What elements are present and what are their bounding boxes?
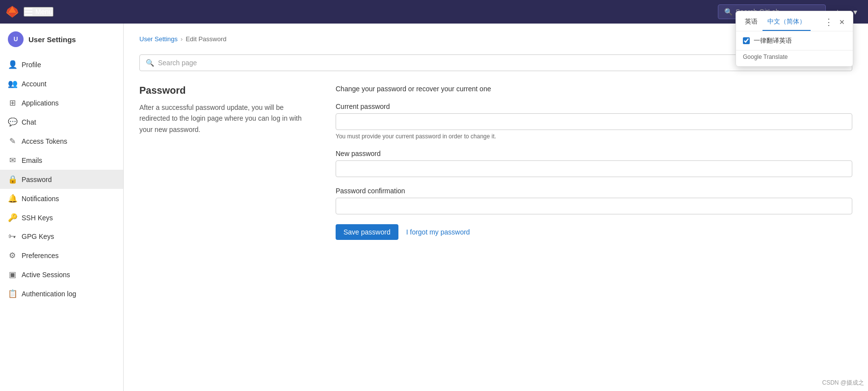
nav-icon-applications: ⊞ [8,98,17,107]
sidebar-label-authentication-log: Authentication log [22,290,76,298]
sidebar-header: U User Settings [0,31,123,55]
section-title: Password [139,85,306,96]
sidebar-item-ssh-keys[interactable]: 🔑 SSH Keys [0,208,123,227]
sidebar-link-emails[interactable]: ✉ Emails [0,151,123,170]
sidebar-nav: 👤 Profile 👥 Account ⊞ Applications 💬 Cha… [0,55,123,303]
breadcrumb-current: Edit Password [185,35,226,43]
sidebar-link-ssh-keys[interactable]: 🔑 SSH Keys [0,208,123,227]
sidebar-item-authentication-log[interactable]: 📋 Authentication log [0,284,123,303]
sidebar-label-ssh-keys: SSH Keys [22,214,53,222]
sidebar-label-notifications: Notifications [22,195,59,203]
sidebar-link-profile[interactable]: 👤 Profile [0,55,123,74]
nav-icon-account: 👥 [8,79,17,88]
sidebar-item-access-tokens[interactable]: ✎ Access Tokens [0,131,123,151]
current-password-label: Current password [336,103,852,110]
avatar-initials: U [14,36,18,43]
translate-footer: Google Translate [736,50,853,62]
main-layout: U User Settings 👤 Profile 👥 Account ⊞ Ap… [0,24,868,391]
sidebar-label-emails: Emails [22,156,42,164]
sidebar-label-account: Account [22,80,47,88]
password-confirmation-label: Password confirmation [336,187,852,195]
sidebar-link-preferences[interactable]: ⚙ Preferences [0,246,123,265]
form-actions: Save password I forgot my password [336,224,852,240]
translate-checkbox[interactable] [743,37,750,44]
nav-icon-ssh-keys: 🔑 [8,213,17,222]
translate-checkbox-label: 一律翻译英语 [754,36,792,45]
sidebar-link-access-tokens[interactable]: ✎ Access Tokens [0,131,123,151]
translate-popup: 英语 中文（简体） ⋮ ✕ 一律翻译英语 Google Translate [736,11,853,67]
sidebar-item-chat[interactable]: 💬 Chat [0,112,123,131]
nav-icon-gpg-keys: 🗝 [8,232,17,241]
sidebar-link-password[interactable]: 🔒 Password [0,170,123,189]
breadcrumb-separator: › [181,35,183,43]
hamburger-icon [25,8,32,15]
nav-icon-preferences: ⚙ [8,251,17,260]
sidebar-item-active-sessions[interactable]: ▣ Active Sessions [0,265,123,284]
current-password-input[interactable] [336,113,852,130]
sidebar-label-gpg-keys: GPG Keys [22,233,54,240]
tab-english[interactable]: 英语 [740,13,763,31]
new-password-input[interactable] [336,160,852,177]
sidebar-item-emails[interactable]: ✉ Emails [0,151,123,170]
sidebar-link-authentication-log[interactable]: 📋 Authentication log [0,284,123,303]
tab-chinese[interactable]: 中文（简体） [763,13,811,31]
sidebar-item-account[interactable]: 👥 Account [0,74,123,93]
content-right: Change your password or recover your cur… [336,85,852,240]
sidebar-label-password: Password [22,176,52,183]
sidebar-item-profile[interactable]: 👤 Profile [0,55,123,74]
breadcrumb-parent[interactable]: User Settings [139,35,178,43]
nav-icon-chat: 💬 [8,117,17,127]
forgot-password-link[interactable]: I forgot my password [406,228,470,236]
save-password-button[interactable]: Save password [336,224,398,240]
translate-option: 一律翻译英语 [736,31,853,50]
current-password-group: Current password You must provide your c… [336,103,852,140]
nav-icon-emails: ✉ [8,156,17,165]
sidebar-item-password[interactable]: 🔒 Password [0,170,123,189]
nav-icon-password: 🔒 [8,175,17,184]
page-search-placeholder: Search page [158,59,197,67]
sidebar-label-access-tokens: Access Tokens [22,137,67,145]
search-icon: 🔍 [724,8,733,16]
sidebar-link-chat[interactable]: 💬 Chat [0,112,123,131]
password-confirmation-input[interactable] [336,198,852,214]
translate-close-button[interactable]: ✕ [835,16,849,28]
current-password-hint: You must provide your current password i… [336,133,852,140]
sidebar-link-account[interactable]: 👥 Account [0,74,123,93]
content-left: Password After a successful password upd… [139,85,306,240]
sidebar-label-applications: Applications [22,99,59,107]
new-password-group: New password [336,150,852,177]
nav-icon-notifications: 🔔 [8,194,17,203]
sidebar-label-preferences: Preferences [22,252,58,260]
topbar-left: Menu [6,5,53,18]
sidebar-label-chat: Chat [22,118,36,126]
translate-more-icon[interactable]: ⋮ [822,15,835,29]
nav-icon-profile: 👤 [8,60,17,69]
new-password-label: New password [336,150,852,157]
sidebar-item-gpg-keys[interactable]: 🗝 GPG Keys [0,227,123,246]
sidebar-link-gpg-keys[interactable]: 🗝 GPG Keys [0,227,123,246]
sidebar-title: User Settings [28,35,76,44]
main-content: User Settings › Edit Password 🔍 Search p… [124,24,868,391]
content-grid: Password After a successful password upd… [139,85,852,240]
sidebar-link-notifications[interactable]: 🔔 Notifications [0,189,123,208]
sidebar-item-applications[interactable]: ⊞ Applications [0,93,123,112]
section-desc: After a successful password update, you … [139,102,306,135]
translate-tabs: 英语 中文（简体） ⋮ ✕ [736,11,853,31]
page-search-icon: 🔍 [146,59,154,67]
password-confirmation-group: Password confirmation [336,187,852,214]
avatar: U [8,31,24,47]
nav-icon-active-sessions: ▣ [8,270,17,279]
menu-button[interactable]: Menu [24,7,53,17]
google-translate-label: Google Translate [743,53,788,60]
form-right-title: Change your password or recover your cur… [336,85,852,93]
sidebar-link-active-sessions[interactable]: ▣ Active Sessions [0,265,123,284]
sidebar: U User Settings 👤 Profile 👥 Account ⊞ Ap… [0,24,124,391]
watermark: CSDN @摄成之 [822,379,864,387]
nav-icon-access-tokens: ✎ [8,136,17,146]
sidebar-link-applications[interactable]: ⊞ Applications [0,93,123,112]
sidebar-item-preferences[interactable]: ⚙ Preferences [0,246,123,265]
sidebar-label-profile: Profile [22,61,41,69]
gitlab-logo [6,5,19,18]
nav-icon-authentication-log: 📋 [8,289,17,298]
sidebar-item-notifications[interactable]: 🔔 Notifications [0,189,123,208]
